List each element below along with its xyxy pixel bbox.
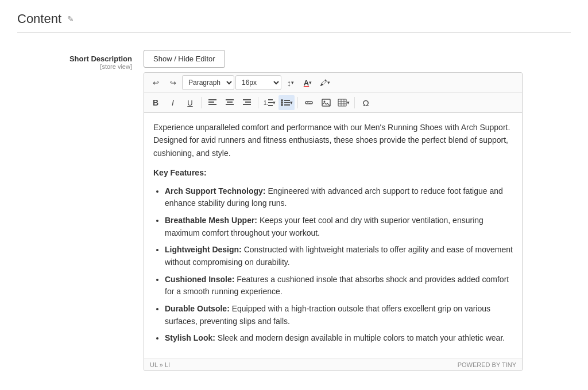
svg-rect-11	[268, 102, 273, 103]
separator-2	[258, 97, 258, 108]
align-left-button[interactable]	[204, 95, 220, 110]
svg-point-15	[281, 104, 283, 106]
field-sublabel: [store view]	[17, 63, 132, 70]
redo-button[interactable]: ↪	[165, 75, 181, 90]
svg-rect-4	[227, 102, 233, 103]
list-item: Stylish Look: Sleek and modern design av…	[165, 332, 513, 345]
undo-button[interactable]: ↩	[148, 75, 164, 90]
toolbar-row-1: ↩ ↪ Paragraph Heading 1 Heading 2 16px 1…	[144, 73, 522, 93]
svg-rect-21	[338, 99, 346, 106]
svg-rect-0	[208, 99, 216, 100]
fontsize-select[interactable]: 16px 12px 14px 18px	[235, 75, 281, 90]
list-item: Durable Outsole: Equipped with a high-tr…	[165, 303, 513, 327]
svg-rect-8	[243, 104, 251, 105]
svg-rect-3	[226, 99, 234, 100]
svg-rect-12	[268, 105, 273, 106]
highlight-button[interactable]: 🖍▾	[317, 75, 333, 90]
list-item: Lightweight Design: Constructed with lig…	[165, 244, 513, 268]
separator-3	[297, 97, 298, 108]
svg-rect-5	[226, 104, 234, 105]
list-item: Cushioned Insole: Features a cushioned i…	[165, 274, 513, 298]
svg-rect-17	[284, 102, 290, 103]
intro-paragraph: Experience unparalleled comfort and perf…	[153, 121, 513, 159]
list-item: Breathable Mesh Upper: Keeps your feet c…	[165, 214, 513, 239]
show-hide-editor-button[interactable]: Show / Hide Editor	[144, 50, 225, 68]
svg-rect-18	[284, 104, 290, 106]
svg-rect-6	[243, 99, 251, 100]
short-description-row: Short Description [store view] Show / Hi…	[17, 50, 571, 371]
unordered-list-button[interactable]: ▾	[278, 95, 295, 110]
svg-text:1.: 1.	[264, 100, 268, 106]
svg-point-13	[281, 99, 283, 102]
field-label: Short Description	[17, 54, 132, 63]
page-container: Content ✎ Short Description [store view]…	[0, 0, 588, 390]
svg-point-20	[324, 101, 326, 103]
editor-statusbar: UL » LI POWERED BY TINY	[144, 358, 522, 370]
line-height-button[interactable]: ↕▾	[283, 75, 299, 90]
features-list: Arch Support Technology: Engineered with…	[153, 185, 513, 345]
page-title: Content	[17, 11, 61, 26]
list-item: Arch Support Technology: Engineered with…	[165, 185, 513, 210]
ordered-list-button[interactable]: 1. ▾	[261, 95, 277, 110]
bold-button[interactable]: B	[148, 95, 164, 110]
toolbar-row-2: B I U	[144, 93, 522, 112]
statusbar-path: UL » LI	[150, 361, 170, 368]
svg-rect-1	[208, 102, 214, 103]
editor-wrapper: ↩ ↪ Paragraph Heading 1 Heading 2 16px 1…	[144, 72, 523, 371]
statusbar-brand: POWERED BY TINY	[458, 361, 516, 368]
svg-point-14	[281, 102, 283, 104]
separator-4	[354, 97, 355, 108]
svg-rect-16	[284, 100, 290, 101]
omega-button[interactable]: Ω	[358, 95, 374, 110]
field-content: Show / Hide Editor ↩ ↪ Paragraph Heading…	[144, 50, 523, 371]
align-center-button[interactable]	[222, 95, 238, 110]
italic-button[interactable]: I	[165, 95, 181, 110]
link-button[interactable]	[301, 95, 317, 110]
page-title-row: Content ✎	[17, 11, 571, 33]
svg-rect-2	[208, 104, 216, 105]
image-button[interactable]	[318, 95, 334, 110]
paragraph-select[interactable]: Paragraph Heading 1 Heading 2	[182, 75, 234, 90]
editor-content-area[interactable]: Experience unparalleled comfort and perf…	[144, 113, 522, 358]
separator-1	[201, 97, 202, 108]
field-label-col: Short Description [store view]	[17, 50, 132, 70]
editor-toolbar: ↩ ↪ Paragraph Heading 1 Heading 2 16px 1…	[144, 73, 522, 113]
font-color-button[interactable]: A▾	[300, 75, 316, 90]
key-features-label: Key Features:	[153, 166, 513, 179]
underline-button[interactable]: U	[182, 95, 198, 110]
edit-icon[interactable]: ✎	[67, 14, 74, 24]
align-right-button[interactable]	[239, 95, 255, 110]
svg-rect-7	[245, 102, 251, 103]
table-button[interactable]: ▾	[335, 95, 351, 110]
svg-rect-10	[268, 99, 273, 100]
